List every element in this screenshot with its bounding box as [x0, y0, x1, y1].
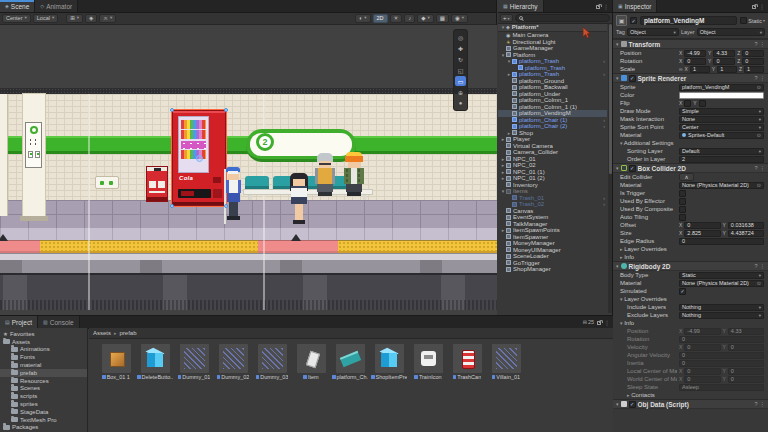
folder-item-sprites[interactable]: sprites [0, 400, 87, 408]
inspector-row[interactable]: Include LayersNothing▾ [613, 303, 768, 311]
value-field[interactable]: 0.031638 [728, 222, 764, 229]
folder-item-scripts[interactable]: scripts [0, 392, 87, 400]
audio-toggle[interactable]: ♪ [404, 14, 415, 23]
value-field[interactable]: 0 [684, 368, 720, 375]
rect-handle[interactable] [170, 108, 174, 112]
left-pillar[interactable] [0, 94, 8, 216]
component-header[interactable]: ▾✓Box Collider 2D?⋮ [613, 163, 768, 173]
folder-item-scenes[interactable]: Scenes [0, 385, 87, 393]
custom-tool[interactable]: ● [455, 98, 466, 108]
inspector-row[interactable]: Sprite Sort PointCenter▾ [613, 123, 768, 131]
inspector-row[interactable]: Rotation0 [613, 335, 768, 343]
asset-item[interactable]: Item [294, 344, 328, 380]
prefab-open-arrow[interactable]: › [603, 201, 607, 208]
inspector-row[interactable]: ▸ Info [613, 253, 768, 261]
move-tool[interactable]: ✚ [455, 43, 466, 53]
value-field[interactable]: 4.438724 [728, 230, 764, 237]
value-field[interactable]: None▾ [679, 116, 764, 123]
asset-item[interactable]: TrainIcon [411, 344, 445, 380]
help-icon[interactable]: ? [754, 75, 757, 81]
tab-console[interactable]: ▥ Console [38, 316, 80, 328]
folder-item-animations[interactable]: Animations [0, 346, 87, 354]
inspector-row[interactable]: Order in Layer2 [613, 155, 768, 163]
value-field[interactable]: None (Physics Material 2D)⊙ [679, 280, 764, 287]
transform-tool[interactable]: ⊕ [455, 87, 466, 97]
small-wall-sign[interactable] [95, 176, 119, 189]
tab-project[interactable]: ▤ Project [0, 316, 38, 328]
component-header[interactable]: ▾Transform?⋮ [613, 39, 768, 49]
vending-machine-selected[interactable]: Cola [172, 110, 226, 206]
platform-number-sign[interactable]: 2 [246, 129, 356, 162]
folder-item-material[interactable]: material [0, 361, 87, 369]
value-field[interactable]: 4.33 [728, 328, 764, 335]
hierarchy-item[interactable]: ShopManager [498, 266, 607, 273]
checkbox[interactable]: ✓ [679, 288, 686, 295]
foldout-icon[interactable]: ▾ [616, 401, 619, 407]
asset-item[interactable]: ShopItemPre... [372, 344, 406, 380]
inspector-row[interactable]: Angular Velocity0 [613, 351, 768, 359]
help-icon[interactable]: ? [754, 165, 757, 171]
tab-inspector[interactable]: ▣ Inspector [613, 0, 657, 12]
inspector-row[interactable]: MaterialSprites-Default⊙ [613, 131, 768, 139]
value-field[interactable]: 1 [717, 66, 737, 73]
value-field[interactable]: 4.33 [713, 50, 735, 57]
inspector-row[interactable]: ▸ Layer Overrides [613, 245, 768, 253]
foldout-icon[interactable]: ▾ [616, 75, 619, 81]
inspector-row[interactable]: RotationX0Y0Z0 [613, 57, 768, 65]
menu-icon[interactable]: ⋮ [760, 165, 766, 171]
prefab-open-arrow[interactable]: › [603, 58, 607, 65]
value-field[interactable]: 0 [684, 58, 706, 65]
inspector-row[interactable]: Used By Composite [613, 205, 768, 213]
foldout-icon[interactable]: ▾ [616, 263, 619, 269]
folder-item-textmesh-pro[interactable]: TextMesh Pro [0, 416, 87, 424]
component-enabled-checkbox[interactable]: ✓ [629, 165, 636, 172]
value-field[interactable]: Nothing▾ [679, 312, 764, 319]
flip-y-checkbox[interactable] [699, 100, 706, 107]
value-field[interactable]: Center▾ [679, 124, 764, 131]
checkbox[interactable] [679, 198, 686, 205]
checkbox[interactable] [679, 190, 686, 197]
rotate-tool[interactable]: ↻ [455, 54, 466, 64]
menu-icon[interactable]: ⋮ [759, 3, 765, 10]
value-field[interactable]: 0 [728, 376, 764, 383]
inspector-row[interactable]: Simulated✓ [613, 287, 768, 295]
inspector-row[interactable]: MaterialNone (Physics Material 2D)⊙ [613, 279, 768, 287]
menu-icon[interactable]: ⋮ [760, 41, 766, 47]
folder-item-favorites[interactable]: ★Favorites [0, 330, 87, 338]
folder-item-resources[interactable]: Resources [0, 377, 87, 385]
help-icon[interactable]: ? [754, 401, 757, 407]
orientation-dropdown[interactable]: Local▾ [33, 14, 58, 23]
value-field[interactable]: None (Physics Material 2D)⊙ [679, 182, 764, 189]
value-field[interactable]: Default▾ [679, 148, 764, 155]
folder-item-packages[interactable]: Packages [0, 424, 87, 432]
prefab-open-arrow[interactable]: › [603, 71, 607, 78]
foldout-icon[interactable]: ▾ [616, 165, 619, 171]
value-field[interactable]: -4.99 [684, 50, 706, 57]
tab-scene[interactable]: ◈ Scene [0, 0, 35, 12]
flip-x-checkbox[interactable] [684, 100, 691, 107]
value-field[interactable]: platform_VendingM⊙ [679, 84, 764, 91]
inspector-row[interactable]: SizeX2.825Y4.438724 [613, 229, 768, 237]
lock-icon[interactable] [752, 5, 756, 9]
value-field[interactable]: Nothing▾ [679, 304, 764, 311]
inspector-row[interactable]: Exclude LayersNothing▾ [613, 311, 768, 319]
folder-item-assets[interactable]: Assets [0, 338, 87, 346]
inspector-row[interactable]: ▾ Additional Settings [613, 139, 768, 147]
help-icon[interactable]: ? [754, 263, 757, 269]
rect-handle[interactable] [224, 204, 228, 208]
effects-menu[interactable]: ◆ ▾ [417, 14, 434, 23]
active-checkbox[interactable]: ✓ [630, 17, 637, 24]
value-field[interactable]: 0 [684, 344, 720, 351]
npc-old-man[interactable] [313, 153, 338, 198]
inspector-row[interactable]: Edit Collider∧ [613, 173, 768, 181]
create-object-button[interactable]: +▾ [500, 14, 513, 22]
inspector-row[interactable]: Inertia0 [613, 359, 768, 367]
trash-thumbnail-icon[interactable] [453, 344, 482, 373]
layer-dropdown[interactable]: Object▾ [697, 28, 765, 36]
pivot-handle[interactable] [196, 155, 203, 162]
value-field[interactable] [679, 92, 764, 99]
hatch-thumbnail-icon[interactable] [492, 344, 521, 373]
value-field[interactable]: 0 [742, 50, 764, 57]
value-field[interactable]: Simple▾ [679, 108, 764, 115]
bench-thumbnail-icon[interactable] [336, 344, 365, 373]
